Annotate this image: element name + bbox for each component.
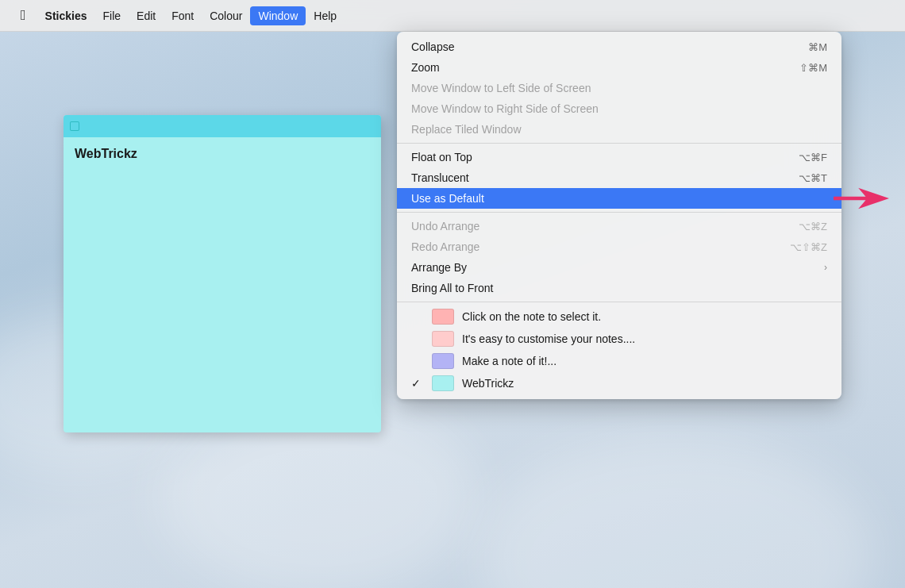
menu-item-float-top[interactable]: Float on Top ⌥⌘F xyxy=(397,147,841,167)
menu-item-bring-all[interactable]: Bring All to Front xyxy=(397,278,841,298)
note-1-label: Click on the note to select it. xyxy=(462,310,827,323)
separator-2 xyxy=(397,212,841,213)
menu-item-use-default-label: Use as Default xyxy=(411,192,827,205)
help-menu-item[interactable]: Help xyxy=(306,6,345,25)
separator-3 xyxy=(397,302,841,302)
menu-item-redo-arrange-shortcut: ⌥⇧⌘Z xyxy=(790,241,827,253)
menu-item-move-right-label: Move Window to Right Side of Screen xyxy=(411,102,827,115)
menu-item-translucent[interactable]: Translucent ⌥⌘T xyxy=(397,167,841,188)
sticky-note-header xyxy=(64,115,381,137)
note-4-checkmark: ✓ xyxy=(411,377,424,390)
note-2-swatch xyxy=(432,331,454,347)
menu-item-undo-arrange-shortcut: ⌥⌘Z xyxy=(799,221,827,233)
note-4-label: WebTrickz xyxy=(462,377,827,390)
window-menu-dropdown: Collapse ⌘M Zoom ⇧⌘M Move Window to Left… xyxy=(397,32,841,399)
menu-item-translucent-label: Translucent xyxy=(411,171,799,184)
sticky-note-button[interactable] xyxy=(70,121,79,131)
menubar:  Stickies File Edit Font Colour Window … xyxy=(0,0,905,32)
menu-item-float-top-label: Float on Top xyxy=(411,151,799,163)
menu-item-zoom[interactable]: Zoom ⇧⌘M xyxy=(397,57,841,78)
sticky-note: WebTrickz xyxy=(64,115,381,432)
menu-item-move-left: Move Window to Left Side of Screen xyxy=(397,78,841,98)
menu-item-use-default[interactable]: Use as Default xyxy=(397,188,841,209)
menu-item-move-left-label: Move Window to Left Side of Screen xyxy=(411,82,827,94)
note-1-swatch xyxy=(432,309,454,325)
note-item-3[interactable]: Make a note of it!... xyxy=(397,350,841,372)
menu-item-undo-arrange: Undo Arrange ⌥⌘Z xyxy=(397,216,841,236)
note-3-swatch xyxy=(432,353,454,369)
note-3-label: Make a note of it!... xyxy=(462,355,827,367)
svg-marker-0 xyxy=(834,188,889,209)
font-menu-item[interactable]: Font xyxy=(164,6,202,25)
arrange-by-chevron-icon: › xyxy=(824,262,827,273)
menu-item-translucent-shortcut: ⌥⌘T xyxy=(799,172,827,184)
sticky-note-title: WebTrickz xyxy=(64,137,381,171)
colour-menu-item[interactable]: Colour xyxy=(202,6,250,25)
apple-menu-item[interactable]:  xyxy=(13,4,34,27)
note-item-2[interactable]: It's easy to customise your notes.... xyxy=(397,328,841,350)
menu-item-zoom-label: Zoom xyxy=(411,61,799,74)
menu-item-collapse-shortcut: ⌘M xyxy=(808,41,827,53)
file-menu-item[interactable]: File xyxy=(95,6,129,25)
menu-item-zoom-shortcut: ⇧⌘M xyxy=(799,62,827,74)
menu-item-collapse-label: Collapse xyxy=(411,40,808,53)
menu-item-redo-arrange-label: Redo Arrange xyxy=(411,240,790,253)
separator-1 xyxy=(397,143,841,144)
menu-item-collapse[interactable]: Collapse ⌘M xyxy=(397,37,841,57)
arrow-indicator xyxy=(834,185,889,212)
menu-item-redo-arrange: Redo Arrange ⌥⇧⌘Z xyxy=(397,236,841,257)
menu-item-move-right: Move Window to Right Side of Screen xyxy=(397,98,841,119)
app-name-menu-item[interactable]: Stickies xyxy=(37,6,95,25)
window-menu-item[interactable]: Window xyxy=(250,6,306,25)
note-2-label: It's easy to customise your notes.... xyxy=(462,332,827,345)
menu-item-arrange-by[interactable]: Arrange By › xyxy=(397,257,841,278)
menu-item-replace-tiled: Replace Tiled Window xyxy=(397,119,841,140)
menu-item-replace-tiled-label: Replace Tiled Window xyxy=(411,123,827,136)
note-item-1[interactable]: Click on the note to select it. xyxy=(397,306,841,328)
edit-menu-item[interactable]: Edit xyxy=(129,6,164,25)
note-4-swatch xyxy=(432,375,454,391)
menu-item-undo-arrange-label: Undo Arrange xyxy=(411,220,799,233)
menu-item-arrange-by-label: Arrange By xyxy=(411,261,818,274)
menu-item-bring-all-label: Bring All to Front xyxy=(411,282,827,294)
menu-item-float-top-shortcut: ⌥⌘F xyxy=(799,152,827,163)
note-item-4[interactable]: ✓ WebTrickz xyxy=(397,372,841,394)
